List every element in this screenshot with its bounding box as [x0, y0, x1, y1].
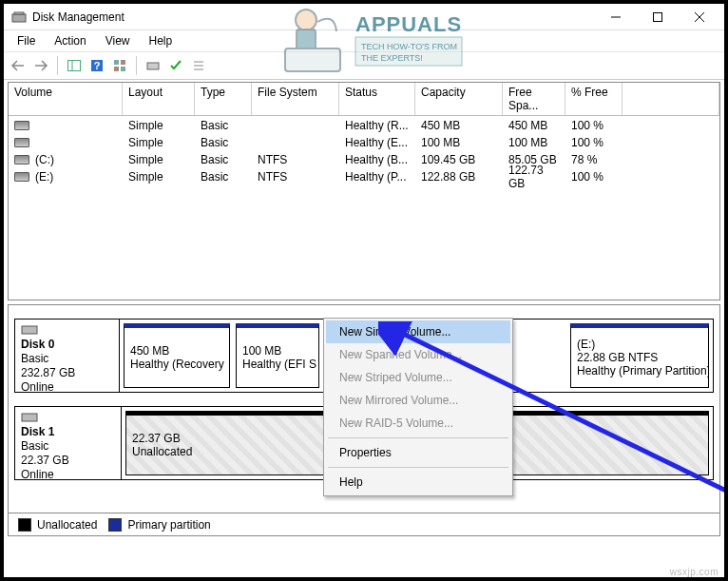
cell-pctfree: 100 %	[565, 134, 623, 150]
svg-rect-1	[14, 12, 24, 14]
minimize-button[interactable]	[595, 6, 637, 29]
menu-file[interactable]: File	[10, 32, 45, 49]
column-header-layout[interactable]: Layout	[123, 83, 195, 115]
partition[interactable]: 100 MBHealthy (EFI S	[236, 323, 319, 388]
cell-pctfree: 78 %	[565, 151, 623, 167]
close-button[interactable]	[679, 6, 720, 29]
partition[interactable]: (E:)22.88 GB NTFSHealthy (Primary Partit…	[570, 323, 709, 388]
table-row[interactable]: SimpleBasicHealthy (E...100 MB100 MB100 …	[9, 133, 719, 150]
cell-filesystem	[252, 117, 339, 133]
cell-status: Healthy (E...	[339, 134, 415, 150]
context-menu-item[interactable]: Help	[326, 471, 510, 494]
cell-capacity: 109.45 GB	[415, 151, 503, 167]
cell-status: Healthy (R...	[339, 117, 415, 133]
column-header-filesystem[interactable]: File System	[252, 83, 339, 115]
context-menu-item[interactable]: Properties	[326, 441, 510, 464]
svg-rect-8	[121, 60, 125, 65]
menu-help[interactable]: Help	[142, 32, 182, 49]
table-header-row: Volume Layout Type File System Status Ca…	[9, 83, 719, 116]
disk-type: Basic	[21, 439, 115, 453]
context-menu-separator	[328, 437, 508, 438]
source-attribution: wsxjp.com	[670, 567, 718, 577]
context-menu-separator	[328, 467, 508, 468]
show-hide-console-tree-button[interactable]	[64, 55, 85, 76]
menu-action[interactable]: Action	[47, 32, 95, 49]
app-icon	[11, 10, 27, 25]
swatch-primary	[108, 518, 122, 532]
column-header-capacity[interactable]: Capacity	[415, 83, 503, 115]
menu-bar: File Action View Help	[4, 30, 724, 51]
disk-icon	[14, 172, 29, 182]
context-menu: New Simple Volume...New Spanned Volume..…	[323, 318, 513, 496]
cell-layout: Simple	[123, 151, 195, 167]
toolbar-separator	[57, 56, 58, 75]
context-menu-item: New Striped Volume...	[326, 366, 510, 389]
refresh-icon[interactable]	[165, 55, 186, 76]
cell-filesystem: NTFS	[252, 151, 339, 167]
column-header-volume[interactable]: Volume	[9, 83, 123, 115]
disk-state: Online	[21, 468, 115, 481]
cell-pctfree: 100 %	[565, 168, 623, 184]
context-menu-item: New RAID-5 Volume...	[326, 412, 510, 435]
column-header-pctfree[interactable]: % Free	[565, 83, 623, 115]
toolbar: ?	[4, 51, 724, 80]
disk-name: Disk 0	[21, 338, 113, 351]
cell-layout: Simple	[123, 117, 195, 133]
cell-capacity: 122.88 GB	[415, 168, 503, 184]
disk-icon	[14, 138, 29, 147]
disk-type: Basic	[21, 352, 113, 365]
cell-pctfree: 100 %	[565, 117, 623, 133]
forward-button[interactable]	[30, 55, 51, 76]
list-icon[interactable]	[188, 55, 209, 76]
disk-state: Online	[21, 380, 113, 394]
help-button[interactable]: ?	[86, 55, 107, 76]
toolbar-separator	[136, 56, 137, 75]
column-header-freespace[interactable]: Free Spa...	[503, 83, 565, 115]
disk-icon	[21, 323, 38, 335]
svg-text:?: ?	[94, 60, 101, 71]
column-header-spacer	[623, 83, 719, 115]
cell-capacity: 100 MB	[415, 134, 503, 150]
disk-info: Disk 0Basic232.87 GBOnline	[15, 320, 120, 392]
table-row[interactable]: (C:)SimpleBasicNTFSHealthy (B...109.45 G…	[9, 150, 719, 167]
context-menu-item[interactable]: New Simple Volume...	[326, 320, 510, 343]
cell-freespace: 100 MB	[503, 134, 565, 150]
svg-rect-0	[12, 14, 26, 22]
table-row[interactable]: SimpleBasicHealthy (R...450 MB450 MB100 …	[9, 116, 719, 133]
column-header-status[interactable]: Status	[339, 83, 415, 115]
cell-layout: Simple	[123, 134, 195, 150]
context-menu-item: New Mirrored Volume...	[326, 389, 510, 412]
partition[interactable]: 450 MBHealthy (Recovery	[124, 323, 230, 388]
settings-icon[interactable]	[109, 55, 130, 76]
cell-type: Basic	[195, 151, 252, 167]
action-icon[interactable]	[143, 55, 163, 76]
back-button[interactable]	[8, 55, 29, 76]
cell-volume: (E:)	[35, 170, 53, 184]
cell-status: Healthy (P...	[339, 168, 415, 184]
disk-icon	[21, 411, 38, 422]
legend-primary: Primary partition	[127, 518, 210, 532]
window-titlebar: Disk Management	[4, 4, 724, 30]
table-row[interactable]: (E:)SimpleBasicNTFSHealthy (P...122.88 G…	[9, 167, 719, 184]
svg-rect-2	[654, 12, 662, 21]
menu-view[interactable]: View	[98, 32, 140, 49]
svg-rect-16	[22, 414, 37, 421]
disk-icon	[14, 121, 29, 130]
volume-list[interactable]: Volume Layout Type File System Status Ca…	[8, 82, 720, 300]
cell-type: Basic	[195, 117, 252, 133]
disk-size: 22.37 GB	[21, 454, 115, 467]
cell-type: Basic	[195, 134, 252, 150]
maximize-button[interactable]	[637, 6, 679, 29]
column-header-type[interactable]: Type	[195, 83, 252, 115]
cell-volume: (C:)	[35, 153, 54, 166]
window-title: Disk Management	[32, 10, 595, 24]
cell-type: Basic	[195, 168, 252, 184]
svg-rect-9	[114, 67, 119, 71]
disk-name: Disk 1	[21, 425, 115, 438]
svg-rect-11	[147, 63, 159, 69]
disk-info: Disk 1Basic22.37 GBOnline	[15, 407, 122, 479]
svg-rect-7	[114, 60, 119, 65]
cell-freespace: 122.73 GB	[503, 168, 565, 184]
cell-capacity: 450 MB	[415, 117, 503, 133]
cell-freespace: 450 MB	[503, 117, 565, 133]
